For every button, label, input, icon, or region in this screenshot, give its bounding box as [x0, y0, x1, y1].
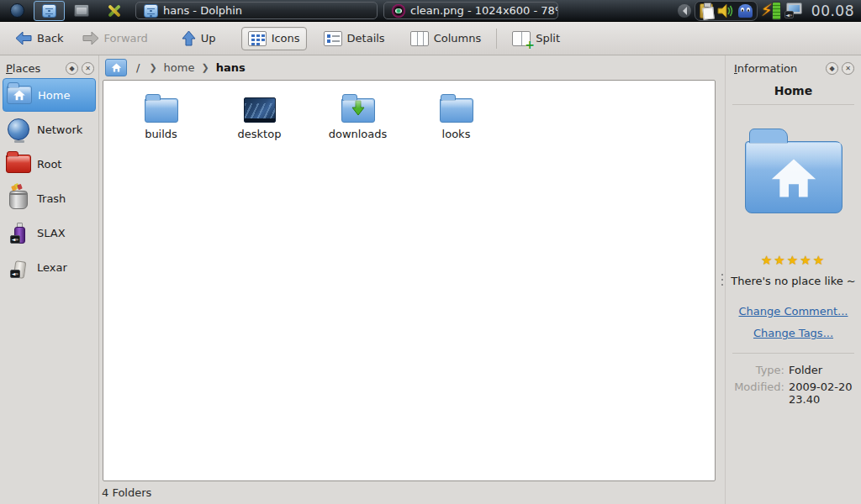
details-view-icon	[324, 31, 342, 46]
center-column: / ❯ home ❯ hans builds desktop	[99, 55, 719, 504]
ghost-icon[interactable]	[738, 4, 753, 18]
breadcrumb-segment-home[interactable]: home	[164, 61, 195, 74]
modified-label: Modified:	[731, 381, 784, 406]
red-folder-icon	[6, 155, 31, 173]
download-arrow-icon	[351, 100, 365, 117]
columns-view-icon	[410, 31, 429, 46]
globe-icon	[10, 3, 24, 18]
lightning-bolt-icon: ⚡	[761, 1, 773, 19]
house-icon	[769, 157, 818, 199]
places-close-button[interactable]: ✕	[82, 62, 94, 75]
icons-label: Icons	[272, 32, 300, 45]
folder-item-builds[interactable]: builds	[112, 91, 210, 140]
breadcrumb-home-button[interactable]	[105, 59, 127, 76]
change-tags-link[interactable]: Change Tags...	[731, 327, 856, 339]
monitor-badge: ◄»	[784, 11, 794, 18]
folder-view[interactable]: builds desktop	[103, 80, 716, 481]
rating-stars[interactable]: ★★★★★	[731, 253, 856, 268]
place-label: Home	[38, 89, 70, 102]
split-button[interactable]: + Split	[505, 27, 567, 50]
display-settings-icon[interactable]: ◄»	[784, 3, 803, 18]
type-label: Type:	[731, 364, 784, 376]
breadcrumb-root[interactable]: /	[134, 61, 142, 74]
clipboard-icon[interactable]	[700, 3, 713, 18]
folder-item-desktop[interactable]: desktop	[210, 91, 309, 140]
information-close-button[interactable]: ✕	[842, 62, 854, 75]
house-icon	[111, 63, 122, 72]
clock[interactable]: 00.08	[806, 3, 861, 19]
metadata-list: Type: Folder Modified: 2009-02-20 23.40	[731, 364, 856, 406]
up-button[interactable]: Up	[175, 26, 223, 50]
back-label: Back	[37, 32, 64, 45]
volume-icon[interactable]	[717, 3, 734, 18]
dolphin-icon	[144, 4, 158, 18]
up-arrow-icon	[182, 30, 196, 46]
place-label: SLAX	[37, 227, 66, 239]
places-item-root[interactable]: Root	[3, 147, 96, 181]
folder-item-looks[interactable]: looks	[407, 91, 505, 140]
gwenview-icon	[392, 4, 405, 18]
information-panel-title: Information	[734, 62, 822, 75]
folder-grid: builds desktop	[103, 81, 715, 140]
taskbar-window-title: hans - Dolphin	[163, 4, 242, 17]
taskbar-window-dolphin[interactable]: hans - Dolphin	[135, 2, 378, 19]
folder-download-icon	[341, 98, 375, 123]
network-globe-icon	[6, 118, 31, 140]
places-item-lexar[interactable]: ◄» Lexar	[3, 250, 96, 284]
places-item-slax[interactable]: ◄» SLAX	[3, 216, 96, 249]
view-columns-button[interactable]: Columns	[404, 27, 489, 50]
divider	[732, 104, 854, 105]
status-text: 4 Folders	[102, 486, 151, 499]
item-comment: There's no place like ~	[731, 275, 856, 287]
folder-name: desktop	[210, 128, 309, 140]
view-icons-button[interactable]: Icons	[241, 27, 307, 50]
view-details-button[interactable]: Details	[317, 27, 392, 50]
places-item-home[interactable]: Home	[3, 78, 96, 112]
status-bar: 4 Folders	[99, 481, 719, 504]
place-label: Root	[37, 158, 61, 171]
trash-icon	[6, 187, 31, 209]
places-panel: Places ◆ ✕ Home Network	[0, 55, 99, 504]
type-value: Folder	[789, 364, 856, 376]
main-area: Places ◆ ✕ Home Network	[0, 55, 861, 504]
back-arrow-icon	[15, 31, 32, 45]
tray-collapse-arrow-icon[interactable]	[678, 4, 691, 18]
launcher-file-manager[interactable]	[34, 1, 65, 21]
launcher-area	[0, 0, 129, 21]
taskbar-window-gwenview[interactable]: clean.png - 861x504 - 78% - Gwenvi	[383, 2, 558, 19]
launcher-system-tools[interactable]	[98, 1, 129, 21]
home-folder-icon	[7, 86, 32, 104]
plus-icon: +	[525, 40, 534, 50]
place-label: Lexar	[37, 261, 67, 274]
usb-drive-purple-icon: ◄»	[6, 222, 31, 244]
split-label: Split	[536, 32, 560, 45]
back-button[interactable]: Back	[8, 27, 71, 50]
places-item-trash[interactable]: Trash	[3, 181, 96, 215]
details-label: Details	[347, 32, 385, 45]
split-view-icon: +	[512, 31, 531, 46]
tray-icon-group	[695, 1, 758, 21]
places-panel-title: Places	[6, 62, 62, 75]
launcher-messenger[interactable]	[66, 1, 97, 21]
places-detach-button[interactable]: ◆	[66, 62, 78, 75]
desktop-screen-icon	[244, 97, 276, 123]
change-comment-link[interactable]: Change Comment...	[731, 305, 856, 318]
information-detach-button[interactable]: ◆	[826, 62, 838, 75]
crossed-tools-icon	[106, 4, 121, 18]
battery-charging-icon[interactable]: ⚡	[761, 2, 781, 20]
folder-name: looks	[407, 128, 505, 140]
chevron-right-icon: ❯	[201, 62, 209, 73]
forward-button[interactable]: Forward	[76, 27, 155, 50]
folder-icon	[145, 98, 178, 123]
launcher-web-browser[interactable]	[2, 1, 33, 21]
house-icon	[13, 90, 26, 101]
home-folder-preview-icon	[745, 141, 843, 213]
panel-splitter[interactable]	[719, 55, 725, 504]
folder-name: builds	[112, 128, 210, 140]
divider	[732, 353, 854, 354]
breadcrumb-segment-hans[interactable]: hans	[216, 61, 246, 74]
places-item-network[interactable]: Network	[3, 113, 96, 146]
place-label: Network	[37, 123, 82, 136]
preview-area	[731, 123, 856, 231]
folder-item-downloads[interactable]: downloads	[309, 91, 407, 140]
